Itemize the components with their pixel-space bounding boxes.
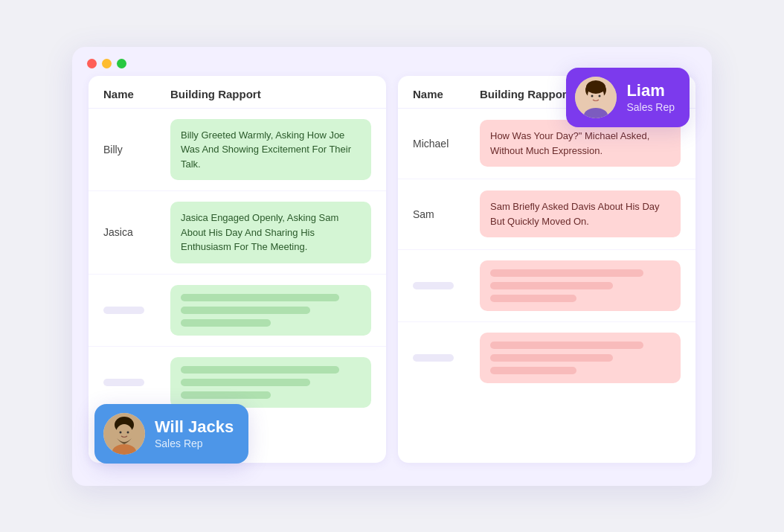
row-name-jasica: Jasica <box>103 226 170 238</box>
liam-avatar-image <box>575 77 617 118</box>
svg-point-11 <box>127 431 129 433</box>
rapport-card-pink-placeholder <box>480 260 681 311</box>
row-rapport-placeholder-r2 <box>480 333 681 383</box>
row-rapport-placeholder <box>170 285 371 336</box>
svg-point-4 <box>591 94 594 97</box>
table-row: Billy Billy Greeted Warmly, Asking How J… <box>89 109 386 192</box>
row-name-sam: Sam <box>413 208 480 220</box>
will-avatar-info: Will Jacks Sales Rep <box>155 417 234 449</box>
table-row <box>89 275 386 347</box>
row-rapport-jasica: Jasica Engaged Openly, Asking Sam About … <box>170 202 371 263</box>
row-rapport-sam: Sam Briefly Asked Davis About His Day Bu… <box>480 190 681 237</box>
will-name: Will Jacks <box>155 417 234 437</box>
liam-avatar-card: Liam Sales Rep <box>566 68 690 127</box>
liam-role: Sales Rep <box>626 101 675 113</box>
svg-point-3 <box>586 80 605 94</box>
table-row <box>398 250 695 322</box>
liam-avatar-info: Liam Sales Rep <box>626 81 675 112</box>
will-avatar-card: Will Jacks Sales Rep <box>94 404 248 464</box>
rapport-card-green-2: Jasica Engaged Openly, Asking Sam About … <box>170 202 371 263</box>
rapport-card-pink-2: Sam Briefly Asked Davis About His Day Bu… <box>480 190 681 237</box>
table-row: Jasica Jasica Engaged Openly, Asking Sam… <box>89 191 386 275</box>
row-name-michael: Michael <box>413 138 480 150</box>
svg-point-10 <box>120 431 122 433</box>
left-table-header: Name Building Rapport <box>89 76 386 109</box>
main-window: Name Building Rapport Billy Billy Greete… <box>72 47 712 486</box>
rapport-card-pink-placeholder-2 <box>480 333 681 383</box>
row-name-placeholder-r <box>413 282 480 289</box>
liam-name: Liam <box>626 81 675 100</box>
row-rapport-billy: Billy Greeted Warmly, Asking How Joe Was… <box>170 119 371 181</box>
left-col-rapport: Building Rapport <box>170 88 371 100</box>
left-col-name: Name <box>103 88 170 100</box>
right-col-name: Name <box>413 88 480 100</box>
row-name-placeholder-2 <box>103 379 170 386</box>
right-table-body: Michael How Was Your Day?" Michael Asked… <box>398 109 695 394</box>
dot-green[interactable] <box>117 59 126 68</box>
row-name-placeholder <box>103 307 170 314</box>
right-table-panel: Name Building Rapport Michael How Was Yo… <box>398 76 695 463</box>
will-avatar-image <box>103 413 145 455</box>
will-role: Sales Rep <box>155 438 234 449</box>
rapport-card-green-placeholder-2 <box>170 357 371 408</box>
row-rapport-placeholder-r <box>480 260 681 311</box>
table-row <box>398 322 695 394</box>
dot-red[interactable] <box>87 59 97 68</box>
svg-point-5 <box>599 94 601 97</box>
row-rapport-placeholder-2 <box>170 357 371 408</box>
dot-yellow[interactable] <box>102 59 112 68</box>
rapport-card-green-placeholder <box>170 285 371 336</box>
svg-point-9 <box>116 424 132 442</box>
table-row: Sam Sam Briefly Asked Davis About His Da… <box>398 179 695 250</box>
left-table-body: Billy Billy Greeted Warmly, Asking How J… <box>89 109 386 418</box>
row-name-placeholder-r2 <box>413 354 480 362</box>
row-name-billy: Billy <box>103 144 170 156</box>
rapport-card-green: Billy Greeted Warmly, Asking How Joe Was… <box>170 119 371 181</box>
